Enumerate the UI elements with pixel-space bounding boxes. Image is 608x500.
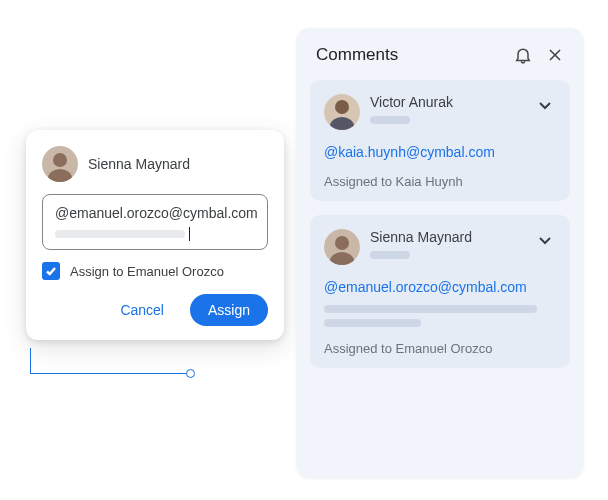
assign-comment-popover: Sienna Maynard @emanuel.orozco@cymbal.co… [26,130,284,340]
comment-author-name: Victor Anurak [370,94,524,110]
comment-body-placeholder [324,305,556,327]
svg-point-9 [335,236,349,250]
close-icon[interactable] [544,44,566,66]
comment-author-name: Sienna Maynard [370,229,524,245]
assign-checkbox-row: Assign to Emanuel Orozco [42,262,268,280]
chevron-down-icon[interactable] [534,229,556,251]
cancel-button[interactable]: Cancel [102,294,182,326]
author-name: Sienna Maynard [88,156,190,172]
assign-checkbox[interactable] [42,262,60,280]
bell-icon[interactable] [512,44,534,66]
avatar [42,146,78,182]
connector-dot-icon [186,369,195,378]
comment-thread: Sienna Maynard @emanuel.orozco@cymbal.co… [310,215,570,368]
chevron-down-icon[interactable] [534,94,556,116]
assigned-to-text: Assigned to Emanuel Orozco [324,341,556,356]
mention-link[interactable]: @emanuel.orozco@cymbal.com [324,279,556,295]
comment-input[interactable]: @emanuel.orozco@cymbal.com [42,194,268,250]
svg-point-1 [53,153,67,167]
panel-header: Comments [310,42,570,66]
svg-point-6 [335,100,349,114]
button-row: Cancel Assign [42,294,268,326]
avatar [324,94,360,130]
comment-header: Sienna Maynard [324,229,556,265]
timestamp-placeholder [370,251,410,259]
input-placeholder-line [55,227,255,241]
assign-button[interactable]: Assign [190,294,268,326]
comment-header: Victor Anurak [324,94,556,130]
connector-line [30,348,190,374]
avatar [324,229,360,265]
mention-text: @emanuel.orozco@cymbal.com [55,205,255,221]
author-row: Sienna Maynard [42,146,268,182]
comments-panel: Comments Victor Anurak @kaia.huynh@cymba… [296,28,584,478]
mention-link[interactable]: @kaia.huynh@cymbal.com [324,144,556,160]
assigned-to-text: Assigned to Kaia Huynh [324,174,556,189]
timestamp-placeholder [370,116,410,124]
panel-title: Comments [316,45,502,65]
assign-checkbox-label: Assign to Emanuel Orozco [70,264,224,279]
comment-thread: Victor Anurak @kaia.huynh@cymbal.com Ass… [310,80,570,201]
